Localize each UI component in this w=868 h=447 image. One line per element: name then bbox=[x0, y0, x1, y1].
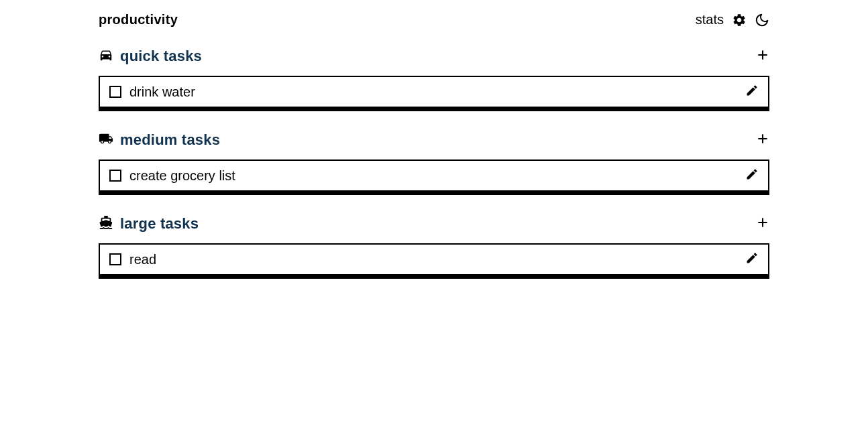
gear-icon[interactable] bbox=[732, 13, 747, 27]
task-item: create grocery list bbox=[99, 159, 769, 195]
ship-icon bbox=[99, 215, 113, 233]
section-title: large tasks bbox=[120, 215, 199, 233]
section-title-wrap: large tasks bbox=[99, 215, 199, 233]
moon-icon[interactable] bbox=[755, 13, 769, 27]
task-text: create grocery list bbox=[129, 168, 235, 184]
task-checkbox[interactable] bbox=[109, 86, 121, 98]
task-left: drink water bbox=[109, 84, 195, 100]
app-header: productivity stats bbox=[99, 12, 769, 27]
task-left: create grocery list bbox=[109, 168, 235, 184]
app-title: productivity bbox=[99, 12, 178, 27]
section-title: medium tasks bbox=[120, 131, 220, 149]
edit-task-button[interactable] bbox=[745, 168, 759, 184]
task-item: read bbox=[99, 243, 769, 279]
task-checkbox[interactable] bbox=[109, 170, 121, 182]
edit-task-button[interactable] bbox=[745, 84, 759, 100]
section-header-large: large tasks bbox=[99, 215, 769, 233]
section-title-wrap: medium tasks bbox=[99, 131, 220, 149]
stats-link[interactable]: stats bbox=[696, 12, 724, 27]
section-quick-tasks: quick tasks drink water bbox=[99, 48, 769, 111]
section-medium-tasks: medium tasks create grocery list bbox=[99, 131, 769, 195]
section-header-quick: quick tasks bbox=[99, 48, 769, 65]
section-header-medium: medium tasks bbox=[99, 131, 769, 149]
section-title: quick tasks bbox=[120, 48, 202, 65]
section-title-wrap: quick tasks bbox=[99, 48, 202, 65]
add-task-button-large[interactable] bbox=[756, 216, 769, 232]
task-checkbox[interactable] bbox=[109, 253, 121, 265]
section-large-tasks: large tasks read bbox=[99, 215, 769, 279]
task-text: read bbox=[129, 252, 156, 267]
edit-task-button[interactable] bbox=[745, 251, 759, 267]
task-left: read bbox=[109, 252, 156, 267]
task-item: drink water bbox=[99, 76, 769, 111]
header-actions: stats bbox=[696, 12, 769, 27]
car-icon bbox=[99, 48, 113, 65]
add-task-button-medium[interactable] bbox=[756, 132, 769, 148]
task-text: drink water bbox=[129, 84, 195, 100]
truck-icon bbox=[99, 131, 113, 149]
add-task-button-quick[interactable] bbox=[756, 48, 769, 64]
